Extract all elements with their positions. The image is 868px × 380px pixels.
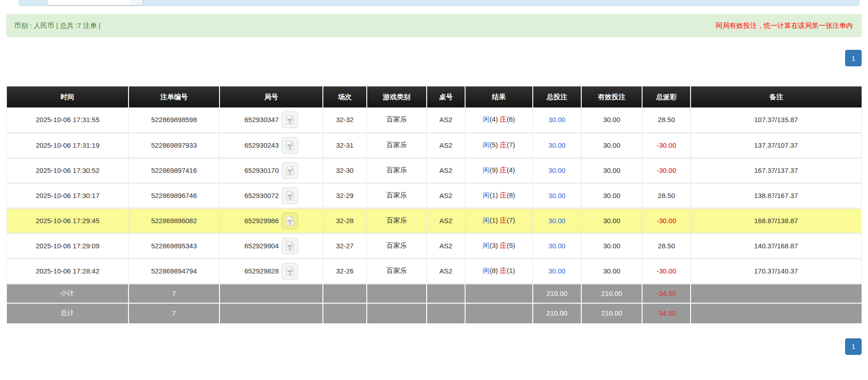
header-remark: 备注	[691, 86, 861, 107]
result-player-points: (5)	[489, 141, 498, 149]
table-row: 2025-10-06 17:29:09 522869895343 6529299…	[7, 233, 862, 258]
total-bet-link[interactable]: 30.00	[548, 267, 566, 275]
video-icon	[284, 215, 295, 226]
cell-bet-id: 522869897933	[129, 133, 220, 158]
cell-bet-id: 522869897416	[129, 158, 220, 183]
cell-game-type: 百家乐	[367, 258, 427, 284]
cell-time: 2025-10-06 17:29:09	[7, 233, 129, 258]
video-icon	[284, 140, 295, 151]
round-video-button[interactable]	[282, 162, 298, 179]
round-video-button[interactable]	[282, 238, 298, 254]
result-player-points: (4)	[489, 115, 498, 123]
header-game-type: 游戏类别	[367, 86, 427, 107]
cell-remark: 137.37/107.37	[691, 133, 861, 158]
result-player-label: 闲	[482, 166, 489, 174]
bet-records-table: 时间 注单编号 局号 场次 游戏类别 桌号 结果 总投注 有效投注 总派彩 备注…	[6, 86, 862, 323]
cell-table-no: AS2	[427, 183, 465, 208]
round-video-button[interactable]	[282, 137, 298, 154]
cell-remark: 140.37/168.87	[691, 233, 861, 258]
cell-bet-id: 522869894794	[129, 258, 220, 284]
cell-payout: 28.50	[642, 183, 691, 208]
cell-bet-id: 522869895343	[129, 233, 220, 258]
subtotal-total-bet: 210.00	[533, 284, 581, 303]
result-player-points: (9)	[489, 166, 498, 174]
cell-game-type: 百家乐	[367, 233, 427, 258]
round-video-button[interactable]	[282, 263, 298, 279]
cell-time: 2025-10-06 17:31:19	[7, 133, 129, 158]
cell-remark: 167.37/137.37	[691, 158, 861, 183]
cell-round-id: 652930072	[220, 183, 323, 208]
video-icon	[284, 190, 295, 201]
cell-remark: 168.87/138.87	[691, 208, 861, 233]
header-table-no: 桌号	[427, 86, 465, 107]
cell-total-bet: 30.00	[533, 208, 581, 233]
subtotal-row: 小计 7 210.00 210.00 -34.50	[7, 284, 862, 303]
cell-payout: -30.00	[642, 258, 691, 284]
table-row: 2025-10-06 17:30:52 522869897416 6529301…	[7, 158, 862, 183]
result-banker-points: (7)	[507, 216, 515, 224]
cell-remark: 138.87/167.37	[691, 183, 861, 208]
cell-game-type: 百家乐	[367, 158, 427, 183]
header-payout: 总派彩	[642, 86, 691, 107]
table-row: 2025-10-06 17:31:55 522869898598 6529303…	[7, 107, 862, 133]
result-player-label: 闲	[482, 241, 489, 249]
table-body: 2025-10-06 17:31:55 522869898598 6529303…	[7, 107, 862, 284]
cell-payout: -30.00	[642, 158, 691, 183]
round-video-button[interactable]	[282, 112, 298, 128]
result-banker-label: 庄	[500, 267, 507, 274]
result-player-label: 闲	[482, 267, 489, 274]
subtotal-payout: -34.50	[642, 284, 691, 303]
table-row: 2025-10-06 17:28:42 522869894794 6529298…	[7, 258, 862, 284]
result-banker-label: 庄	[500, 166, 507, 174]
total-bet-link[interactable]: 30.00	[548, 116, 566, 123]
result-banker-label: 庄	[500, 141, 507, 149]
total-bet-link[interactable]: 30.00	[548, 217, 566, 225]
result-player-points: (8)	[489, 267, 498, 274]
total-bet-link[interactable]: 30.00	[548, 242, 566, 250]
result-player-label: 闲	[482, 141, 489, 149]
header-time: 时间	[7, 86, 129, 107]
result-banker-label: 庄	[500, 241, 507, 249]
round-id-text: 652929986	[244, 217, 279, 225]
cell-valid-bet: 30.00	[581, 233, 642, 258]
cell-result: 闲(3) 庄(5)	[465, 233, 532, 258]
total-bet-link[interactable]: 30.00	[548, 166, 566, 174]
cell-session: 32-29	[323, 183, 366, 208]
result-player-points: (1)	[489, 191, 498, 199]
result-banker-label: 庄	[500, 115, 507, 123]
round-id-text: 652930243	[244, 141, 279, 149]
cell-valid-bet: 30.00	[581, 158, 642, 183]
cell-session: 32-31	[323, 133, 366, 158]
pagination-bottom: 1	[6, 338, 862, 355]
result-player-label: 闲	[482, 216, 489, 224]
round-video-button[interactable]	[282, 213, 298, 229]
header-round-id: 局号	[220, 86, 323, 107]
round-id-text: 652930072	[244, 192, 279, 199]
result-player-label: 闲	[482, 191, 489, 199]
cell-session: 32-26	[323, 258, 366, 284]
table-row: 2025-10-06 17:29:45 522869896082 6529299…	[7, 208, 862, 233]
cell-valid-bet: 30.00	[581, 258, 642, 284]
cell-result: 闲(8) 庄(1)	[465, 258, 532, 284]
video-icon	[284, 241, 295, 252]
grand-total-row: 总计 7 210.00 210.00 -34.50	[7, 303, 862, 323]
valid-bet-note-text: 同局有效投注，统一计算在该局第一张注单内	[716, 21, 853, 30]
result-player-points: (1)	[489, 216, 498, 224]
grand-total-count: 7	[129, 303, 220, 323]
result-player-label: 闲	[482, 115, 489, 123]
cell-table-no: AS2	[427, 158, 465, 183]
total-bet-link[interactable]: 30.00	[548, 141, 566, 149]
summary-bar: 币别 : 人民币 | 总共 :7 注单 | 同局有效投注，统一计算在该局第一张注…	[6, 14, 862, 37]
round-video-button[interactable]	[282, 187, 298, 204]
cell-session: 32-30	[323, 158, 366, 183]
cell-valid-bet: 30.00	[581, 107, 642, 133]
grand-total-remark	[691, 303, 861, 323]
round-id-text: 652930170	[244, 166, 279, 174]
cell-remark: 170.37/140.37	[691, 258, 861, 284]
page-1-button-bottom[interactable]: 1	[845, 338, 862, 355]
video-icon	[284, 165, 295, 176]
cell-round-id: 652930243	[220, 133, 323, 158]
total-bet-link[interactable]: 30.00	[548, 192, 566, 199]
page-1-button[interactable]: 1	[845, 50, 862, 66]
header-result: 结果	[465, 86, 532, 107]
